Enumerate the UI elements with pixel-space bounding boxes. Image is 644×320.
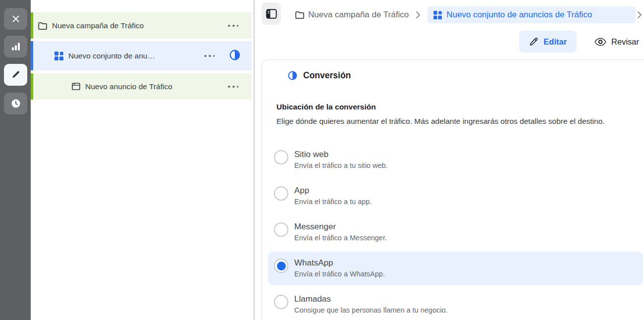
pencil-icon bbox=[11, 70, 20, 79]
folder-icon bbox=[38, 22, 47, 30]
edit-button-label: Editar bbox=[543, 37, 567, 47]
history-button[interactable] bbox=[4, 93, 27, 114]
option-label: WhatsApp bbox=[294, 258, 385, 268]
radio-button-selected[interactable] bbox=[274, 259, 288, 273]
breadcrumb-adset-chip[interactable]: Nuevo conjunto de anuncios de Tráfico bbox=[428, 6, 636, 23]
option-label: Messenger bbox=[294, 222, 387, 232]
pencil-outline-icon bbox=[529, 37, 538, 47]
option-text: Sitio web Envía el tráfico a tu sitio we… bbox=[294, 150, 388, 170]
option-text: App Envía el tráfico a tu app. bbox=[294, 186, 372, 206]
radio-button[interactable] bbox=[274, 186, 288, 201]
x-icon bbox=[12, 15, 20, 23]
option-description: Consigue que las personas llamen a tu ne… bbox=[294, 306, 448, 315]
option-messenger[interactable]: Messenger Envía el tráfico a Messenger. bbox=[268, 215, 643, 249]
header-actions: Editar Revisar bbox=[519, 31, 639, 53]
conversion-card: Conversión Ubicación de la conversión El… bbox=[262, 59, 644, 320]
left-icon-rail bbox=[0, 0, 31, 320]
tree-row-campaign[interactable]: Nueva campaña de Tráfico bbox=[31, 12, 252, 39]
review-button-label: Revisar bbox=[611, 37, 639, 47]
option-label: Sitio web bbox=[294, 150, 388, 160]
option-llamadas[interactable]: Llamadas Consigue que las personas llame… bbox=[268, 288, 643, 320]
half-circle-status-icon bbox=[288, 71, 297, 80]
option-app[interactable]: App Envía el tráfico a tu app. bbox=[268, 179, 643, 213]
edit-button[interactable]: Editar bbox=[519, 31, 577, 53]
collapse-panel-button[interactable] bbox=[262, 2, 281, 25]
chevron-right-icon bbox=[637, 11, 643, 19]
ellipsis-icon[interactable] bbox=[227, 85, 238, 88]
tree-row-adset[interactable]: Nuevo conjunto de anuncios de Tráfico bbox=[31, 41, 252, 70]
option-description: Envía el tráfico a Messenger. bbox=[294, 233, 387, 242]
conversion-location-description: Elige dónde quieres aumentar el tráfico.… bbox=[276, 115, 623, 127]
ellipsis-icon[interactable] bbox=[227, 24, 238, 27]
option-description: Envía el tráfico a WhatsApp. bbox=[294, 269, 385, 278]
adset-name: Nuevo conjunto de anuncios de Tráfico bbox=[68, 52, 159, 60]
eye-icon bbox=[594, 38, 606, 46]
option-description: Envía el tráfico a tu sitio web. bbox=[294, 161, 388, 170]
breadcrumb: Nueva campaña de Tráfico Nuevo conjunto … bbox=[295, 6, 643, 23]
option-sitio-web[interactable]: Sitio web Envía el tráfico a tu sitio we… bbox=[268, 143, 643, 177]
radio-button[interactable] bbox=[274, 295, 288, 309]
conversion-location-options: Sitio web Envía el tráfico a tu sitio we… bbox=[268, 143, 643, 320]
option-description: Envía el tráfico a tu app. bbox=[294, 197, 372, 206]
option-text: WhatsApp Envía el tráfico a WhatsApp. bbox=[294, 258, 385, 278]
bar-chart-icon bbox=[11, 43, 20, 51]
ad-name: Nuevo anuncio de Tráfico bbox=[85, 82, 172, 91]
radio-button[interactable] bbox=[274, 150, 288, 164]
chevron-right-icon bbox=[416, 11, 421, 19]
option-text: Messenger Envía el tráfico a Messenger. bbox=[294, 222, 387, 242]
section-header: Conversión bbox=[288, 70, 351, 81]
adset-grid-icon bbox=[54, 52, 63, 60]
results-button[interactable] bbox=[4, 36, 27, 57]
ellipsis-icon[interactable] bbox=[203, 54, 215, 57]
breadcrumb-campaign[interactable]: Nueva campaña de Tráfico bbox=[295, 10, 409, 20]
close-button[interactable] bbox=[4, 8, 27, 30]
half-circle-status-icon bbox=[229, 50, 240, 62]
option-label: Llamadas bbox=[294, 294, 448, 304]
conversion-location-title: Ubicación de la conversión bbox=[276, 103, 376, 111]
campaign-tree-panel: Nueva campaña de Tráfico Nuevo conjunto … bbox=[31, 0, 255, 320]
ads-manager-screen: Nueva campaña de Tráfico Nuevo conjunto … bbox=[0, 0, 644, 320]
section-title: Conversión bbox=[303, 70, 351, 81]
campaign-name: Nueva campaña de Tráfico bbox=[52, 21, 144, 30]
breadcrumb-campaign-label: Nueva campaña de Tráfico bbox=[308, 10, 409, 20]
main-area: Nueva campaña de Tráfico Nuevo conjunto … bbox=[256, 0, 644, 320]
panel-toggle-icon bbox=[266, 9, 277, 19]
review-button[interactable]: Revisar bbox=[594, 37, 639, 47]
option-text: Llamadas Consigue que las personas llame… bbox=[294, 294, 448, 315]
tree-row-ad[interactable]: Nuevo anuncio de Tráfico bbox=[31, 73, 252, 100]
ad-frame-icon bbox=[72, 83, 80, 90]
folder-icon bbox=[295, 11, 304, 19]
option-label: App bbox=[294, 186, 372, 196]
option-whatsapp[interactable]: WhatsApp Envía el tráfico a WhatsApp. bbox=[268, 252, 643, 285]
edit-mode-button[interactable] bbox=[4, 64, 27, 86]
radio-button[interactable] bbox=[274, 222, 288, 237]
adset-grid-icon bbox=[433, 11, 442, 19]
clock-icon bbox=[11, 99, 21, 108]
breadcrumb-adset-label: Nuevo conjunto de anuncios de Tráfico bbox=[446, 10, 592, 20]
